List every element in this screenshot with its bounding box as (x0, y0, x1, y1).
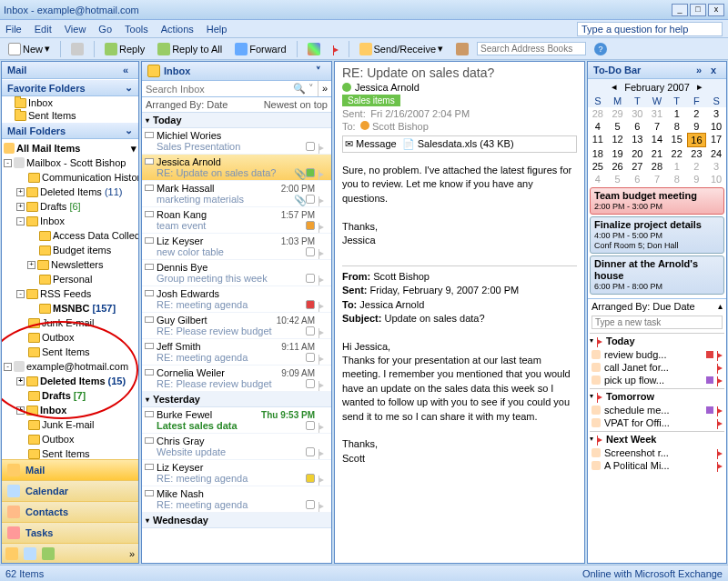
calendar-day[interactable]: 7 (647, 173, 667, 185)
message-item[interactable]: Dennis Bye Group meeting this week (142, 260, 331, 286)
tree-node[interactable]: Junk E-mail (2, 417, 138, 432)
category-icon[interactable] (306, 447, 315, 456)
task-item[interactable]: schedule me... (590, 404, 724, 416)
calendar-day[interactable]: 9 (687, 173, 707, 185)
nav-mini[interactable]: » (2, 543, 138, 563)
appointment[interactable]: Team budget meeting2:00 PM - 3:00 PM (590, 187, 724, 215)
flag-icon[interactable] (717, 362, 723, 373)
menu-edit[interactable]: Edit (35, 24, 52, 35)
close-icon[interactable]: x (706, 65, 721, 75)
calendar-day[interactable]: 23 (687, 147, 707, 160)
calendar-day[interactable]: 19 (608, 147, 628, 160)
tree-node[interactable]: Outbox (2, 432, 138, 446)
flag-icon[interactable] (717, 447, 723, 458)
flag-icon[interactable] (717, 349, 723, 360)
calendar-day[interactable]: 6 (627, 120, 647, 133)
message-item[interactable]: Burke FewelThu 9:53 PM Latest sales data (142, 407, 331, 434)
expand-search-icon[interactable]: » (318, 81, 331, 96)
help-button[interactable]: ? (590, 41, 612, 57)
calendar-day[interactable]: 14 (647, 133, 667, 147)
calendar-day[interactable]: 28 (647, 160, 667, 173)
flag-icon[interactable] (318, 474, 328, 483)
all-mail-items[interactable]: All Mail Items▾ (2, 141, 138, 155)
flag-icon[interactable] (717, 375, 723, 386)
collapse-icon[interactable]: » (692, 65, 706, 75)
flag-icon[interactable] (318, 326, 328, 336)
message-item[interactable]: Josh Edwards RE: meeting agenda (142, 286, 331, 313)
nav-contacts[interactable]: Contacts (2, 501, 138, 522)
flag-icon[interactable] (318, 500, 328, 509)
expand-toggle[interactable]: - (4, 159, 12, 167)
category-icon[interactable] (306, 326, 315, 336)
appointment[interactable]: Finalize project details4:00 PM - 5:00 P… (590, 216, 724, 254)
flag-icon[interactable] (318, 353, 328, 362)
calendar-day[interactable]: 5 (608, 173, 628, 185)
expand-toggle[interactable]: + (16, 188, 25, 196)
calendar-day[interactable]: 9 (687, 120, 707, 133)
calendar-day[interactable]: 25 (588, 160, 608, 173)
category-icon[interactable] (306, 300, 315, 309)
flag-icon[interactable] (717, 460, 723, 471)
calendar-day[interactable]: 6 (627, 173, 647, 185)
calendar-day[interactable]: 5 (608, 120, 628, 133)
fav-folder[interactable]: Inbox (2, 96, 138, 109)
message-item[interactable]: Liz Keyser1:03 PM new color table (142, 234, 331, 260)
calendar-day[interactable]: 18 (588, 147, 608, 160)
calendar-day[interactable]: 8 (667, 120, 687, 133)
task-item[interactable]: VPAT for Offi... (590, 416, 724, 429)
category-icon[interactable] (706, 351, 713, 358)
appointment[interactable]: Dinner at the Arnold's house6:00 PM - 8:… (590, 255, 724, 295)
category-icon[interactable] (306, 168, 315, 177)
print-button[interactable] (66, 41, 88, 57)
new-button[interactable]: New ▾ (4, 41, 55, 57)
mail-folders-hdr[interactable]: Mail Folders⌄ (2, 122, 138, 139)
tree-node[interactable]: MSNBC [157] (2, 301, 138, 316)
expand-toggle[interactable]: + (16, 406, 25, 415)
category-icon[interactable] (306, 221, 315, 230)
tree-node[interactable]: Budget items (2, 243, 138, 257)
options-icon[interactable]: ˅ (311, 65, 326, 77)
message-item[interactable]: Guy Gilbert10:42 AM RE: Please review bu… (142, 313, 331, 339)
close-button[interactable]: x (708, 4, 724, 16)
tree-node[interactable]: Communication Histor (2, 170, 138, 185)
calendar-day[interactable]: 12 (608, 133, 628, 147)
menu-tools[interactable]: Tools (125, 24, 148, 35)
menu-view[interactable]: View (65, 24, 86, 35)
calendar-day[interactable]: 24 (706, 147, 726, 160)
calendar-day[interactable]: 4 (588, 173, 608, 185)
menu-file[interactable]: File (5, 24, 22, 35)
mailbox-root[interactable]: -Mailbox - Scott Bishop (2, 155, 138, 170)
reply-button[interactable]: Reply (100, 41, 149, 57)
tree-node[interactable]: Sent Items (2, 446, 138, 459)
category-icon[interactable] (706, 419, 713, 426)
nav-tasks[interactable]: Tasks (2, 522, 138, 543)
flag-icon[interactable] (318, 300, 328, 309)
category-icon[interactable] (706, 462, 713, 469)
tree-node[interactable]: +Drafts [6] (2, 199, 138, 214)
task-group[interactable]: ▾Today (590, 334, 724, 348)
attachment-item[interactable]: 📄 Salesdata.xls (43 KB) (402, 138, 514, 150)
search-address-books[interactable] (477, 42, 586, 55)
account-root[interactable]: -example@hotmail.com (2, 359, 138, 374)
message-item[interactable]: Chris Gray Website update (142, 434, 331, 460)
message-tab[interactable]: ✉ Message (345, 138, 397, 150)
category-icon[interactable] (706, 449, 713, 456)
category-icon[interactable] (306, 379, 315, 388)
calendar-day[interactable]: 28 (588, 107, 608, 120)
send-receive-button[interactable]: Send/Receive ▾ (355, 41, 449, 57)
task-group[interactable]: ▾Tomorrow (590, 389, 724, 404)
addressbook-button[interactable] (451, 41, 473, 57)
message-item[interactable]: Jeff Smith9:11 AM RE: meeting agenda (142, 339, 331, 366)
calendar-day[interactable]: 17 (706, 133, 726, 147)
message-item[interactable]: Roan Kang1:57 PM team event (142, 207, 331, 234)
menu-go[interactable]: Go (98, 24, 112, 35)
date-group[interactable]: ▾Yesterday (142, 392, 331, 407)
task-item[interactable]: A Political Mi... (590, 459, 724, 472)
tree-node[interactable]: +Inbox (2, 403, 138, 417)
followup-button[interactable] (329, 42, 343, 56)
category-icon[interactable] (306, 500, 315, 509)
favorite-folders-hdr[interactable]: Favorite Folders⌄ (2, 79, 138, 96)
reply-all-button[interactable]: Reply to All (153, 41, 227, 57)
fav-folder[interactable]: Sent Items (2, 109, 138, 122)
calendar-day[interactable]: 15 (667, 133, 687, 147)
